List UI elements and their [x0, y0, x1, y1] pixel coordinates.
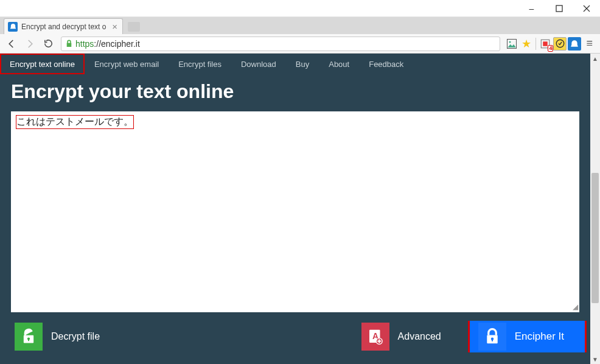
lock-icon	[65, 40, 73, 47]
tab-title: Encrypt and decrypt text o	[21, 23, 106, 31]
extension-badge: 4	[548, 45, 553, 52]
new-tab-button[interactable]	[128, 22, 140, 32]
back-button[interactable]	[4, 36, 19, 52]
svg-rect-0	[556, 5, 562, 12]
norton-icon[interactable]	[553, 37, 567, 51]
nav-encrypt-web-email[interactable]: Encrypt web email	[85, 54, 169, 74]
decrypt-file-label: Decrypt file	[51, 331, 100, 342]
advanced-icon: A	[361, 323, 389, 351]
bookmark-star-icon[interactable]: ★	[520, 37, 533, 51]
url-scheme: https	[75, 39, 94, 49]
svg-rect-6	[543, 41, 548, 46]
image-save-icon[interactable]	[505, 37, 518, 51]
tab-close-icon[interactable]: ×	[112, 21, 117, 32]
encipher-extension-icon[interactable]	[568, 37, 581, 51]
decrypt-file-button[interactable]: Decrypt file	[2, 321, 112, 352]
highlight-text-value: これはテストメールです。	[16, 115, 134, 129]
textarea-value: これはテストメールです。	[16, 116, 133, 127]
svg-rect-18	[492, 339, 493, 341]
scroll-up-icon[interactable]: ▲	[590, 54, 600, 63]
reload-button[interactable]	[40, 36, 56, 52]
nav-buy[interactable]: Buy	[286, 54, 319, 74]
browser-tab[interactable]: Encrypt and decrypt text o ×	[4, 18, 123, 34]
page-title: Encrypt your text online	[0, 74, 590, 111]
window-maximize-button[interactable]	[545, 0, 573, 17]
advanced-label: Advanced	[398, 331, 441, 342]
window-close-button[interactable]	[573, 0, 600, 17]
nav-download[interactable]: Download	[231, 54, 286, 74]
chrome-menu-icon[interactable]: ≡	[582, 37, 596, 50]
scroll-down-icon[interactable]: ▼	[590, 354, 600, 364]
text-input[interactable]: これはテストメールです。 ◢	[11, 111, 579, 312]
lock-icon	[478, 323, 506, 351]
action-row: Decrypt file A Advanced Encipher It	[0, 321, 590, 352]
nav-encrypt-text-online[interactable]: Encrypt text online	[1, 54, 83, 74]
scrollbar[interactable]: ▲ ▼	[590, 54, 600, 364]
extension-icon[interactable]: 4	[539, 37, 552, 51]
encipher-button[interactable]: Encipher It	[470, 321, 585, 352]
scrollbar-track[interactable]	[590, 63, 600, 354]
encipher-label: Encipher It	[515, 331, 564, 343]
browser-toolbar: https://encipher.it ★ 4 ≡	[0, 34, 600, 54]
address-bar[interactable]: https://encipher.it	[61, 37, 500, 51]
url-host: encipher.it	[101, 39, 140, 49]
toolbar-separator	[535, 38, 536, 50]
unlock-icon	[15, 323, 43, 351]
url-sep: ://	[94, 39, 101, 49]
highlight-nav-active: Encrypt text online	[0, 54, 85, 74]
scrollbar-thumb[interactable]	[591, 173, 599, 303]
resize-handle-icon[interactable]: ◢	[573, 303, 578, 311]
window-titlebar: –	[0, 0, 600, 17]
highlight-encipher-button: Encipher It	[468, 321, 587, 352]
tab-strip: Encrypt and decrypt text o ×	[0, 17, 600, 34]
svg-point-4	[509, 41, 511, 43]
site-nav: Encrypt text online Encrypt web email En…	[0, 54, 590, 74]
toolbar-right: ★ 4 ≡	[505, 37, 596, 51]
window-minimize-button[interactable]: –	[518, 0, 545, 17]
nav-encrypt-files[interactable]: Encrypt files	[169, 54, 231, 74]
nav-about[interactable]: About	[319, 54, 359, 74]
forward-button[interactable]	[22, 36, 38, 52]
page-content: Encrypt text online Encrypt web email En…	[0, 54, 590, 364]
svg-rect-10	[28, 339, 29, 341]
tab-favicon-icon	[8, 22, 18, 32]
nav-feedback[interactable]: Feedback	[359, 54, 413, 74]
advanced-button[interactable]: A Advanced	[349, 321, 453, 352]
